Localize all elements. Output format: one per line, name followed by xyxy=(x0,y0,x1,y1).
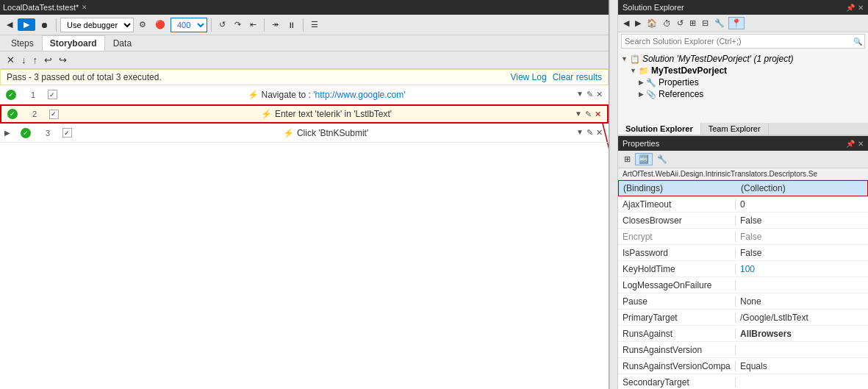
references-icon: 📎 xyxy=(646,90,656,99)
table-row: ✓ 2 ✓ ⚡ Enter text 'telerik' in 'LstlbTe… xyxy=(0,104,609,124)
fast-forward-button[interactable]: ↠ xyxy=(268,18,282,32)
status-indicator-3: ✓ xyxy=(21,128,31,138)
move-up-button[interactable]: ↑ xyxy=(31,54,40,66)
step-num-label-2: 2 xyxy=(24,110,46,118)
settings-button[interactable]: ⚙ xyxy=(135,18,150,32)
step-dropdown-2[interactable]: ▼ xyxy=(575,110,582,119)
tree-item-project[interactable]: ▼ 📁 MyTestDevPorject xyxy=(627,65,868,76)
pause-button[interactable]: ⏸ xyxy=(284,18,299,32)
pin-icon[interactable]: 📌 xyxy=(846,4,855,12)
prop-row-ispassword[interactable]: IsPassword False xyxy=(618,245,868,261)
se-tab-solution-explorer[interactable]: Solution Explorer xyxy=(618,123,701,135)
prop-name-pause: Pause xyxy=(618,296,736,307)
status-indicator-2: ✓ xyxy=(7,109,18,119)
step-edit-1[interactable]: ✎ xyxy=(587,90,593,99)
prop-row-logmessageonfailure[interactable]: LogMessageOnFailure xyxy=(618,277,868,293)
tree-expand-solution[interactable]: ▼ xyxy=(621,55,628,63)
tree-expand-properties[interactable]: ▶ xyxy=(639,79,644,86)
se-extra1-button[interactable]: ⊟ xyxy=(700,18,711,29)
step-action-3: Click 'BtnKSubmit' xyxy=(297,128,368,138)
prop-property-pages-button[interactable]: 🔧 xyxy=(654,154,670,165)
clear-results-link[interactable]: Clear results xyxy=(553,72,602,82)
step-delete-1[interactable]: ✕ xyxy=(596,90,603,99)
se-timer-button[interactable]: ⏱ xyxy=(661,18,673,29)
prop-row-encrypt[interactable]: Encrypt False xyxy=(618,229,868,245)
step-dropdown-3[interactable]: ▼ xyxy=(576,128,584,138)
prop-name-encrypt: Encrypt xyxy=(618,232,736,242)
se-tabs: Solution Explorer Team Explorer xyxy=(618,123,868,135)
prop-row-ajaxtimeout[interactable]: AjaxTimeout 0 xyxy=(618,196,868,213)
rewind-button[interactable]: ⇤ xyxy=(246,18,260,32)
tab-storyboard[interactable]: Storyboard xyxy=(42,35,105,51)
list-button[interactable]: ☰ xyxy=(307,18,322,32)
se-forward-button[interactable]: ▶ xyxy=(633,18,643,29)
se-pin-button[interactable]: 📍 xyxy=(728,17,745,29)
svg-line-1 xyxy=(603,124,609,269)
step-checkbox-3[interactable]: ✓ xyxy=(59,128,75,138)
tree-expand-project[interactable]: ▼ xyxy=(630,67,636,74)
move-down-button[interactable]: ↓ xyxy=(19,54,29,66)
step-delete-3[interactable]: ✕ xyxy=(596,128,603,138)
tree-expand-references[interactable]: ▶ xyxy=(639,90,644,98)
se-filter-button[interactable]: 🔧 xyxy=(712,18,727,29)
title-bar-close[interactable]: ✕ xyxy=(82,4,87,11)
delete-step-button[interactable]: ✕ xyxy=(4,54,17,66)
references-label: References xyxy=(659,89,703,99)
prop-row-pause[interactable]: Pause None xyxy=(618,293,868,310)
se-tab-team-explorer[interactable]: Team Explorer xyxy=(701,123,769,135)
prop-row-runsagainstversioncompa[interactable]: RunsAgainstVersionCompa Equals xyxy=(618,358,868,374)
se-sync-button[interactable]: ⊞ xyxy=(687,18,698,29)
record-button[interactable]: ⏺ xyxy=(37,18,52,32)
tabs-row: Steps Storyboard Data xyxy=(0,35,609,51)
prop-name-closesbrowser: ClosesBrowser xyxy=(618,215,736,226)
breakpoint-button[interactable]: 🔴 xyxy=(151,18,169,32)
view-log-link[interactable]: View Log xyxy=(510,72,546,82)
tree-item-references[interactable]: ▶ 📎 References xyxy=(636,88,868,100)
run-button[interactable]: ▶ xyxy=(18,18,35,31)
prop-row-secondarytarget[interactable]: SecondaryTarget xyxy=(618,374,868,389)
redo-button[interactable]: ↪ xyxy=(57,54,69,66)
properties-panel: Properties 📌 ✕ ⊞ 🔤 🔧 ArtOfTest.WebAii.De… xyxy=(618,136,868,389)
refresh-button[interactable]: ↺ xyxy=(215,18,229,32)
prop-row-runsagainst[interactable]: RunsAgainst AllBrowsers xyxy=(618,326,868,342)
close-icon[interactable]: ✕ xyxy=(858,4,864,12)
prop-value-encrypt: False xyxy=(736,232,868,242)
step-triangle-3: ▶ xyxy=(0,129,15,137)
tab-data[interactable]: Data xyxy=(105,35,140,51)
prop-close-icon[interactable]: ✕ xyxy=(858,140,864,148)
prop-name-runsagainstversioncompa: RunsAgainstVersionCompa xyxy=(618,361,736,371)
step-edit-2[interactable]: ✎ xyxy=(585,110,592,119)
tab-steps[interactable]: Steps xyxy=(3,35,42,51)
tree-item-solution[interactable]: ▼ 📋 Solution 'MyTestDevPorject' (1 proje… xyxy=(618,53,868,65)
se-search-input[interactable] xyxy=(622,37,851,46)
step-checkbox-2[interactable]: ✓ xyxy=(46,110,62,119)
step-edit-3[interactable]: ✎ xyxy=(587,128,593,138)
prop-row-primarytarget[interactable]: PrimaryTarget /Google/LstlbText xyxy=(618,310,868,326)
step-dropdown-1[interactable]: ▼ xyxy=(576,90,584,99)
speed-select[interactable]: 400 xyxy=(171,18,207,32)
step-checkbox-1[interactable]: ✓ xyxy=(44,90,60,99)
prop-categorized-button[interactable]: ⊞ xyxy=(621,154,634,165)
debugger-select[interactable]: Use debugger xyxy=(60,18,134,32)
prop-row-keyholdtime[interactable]: KeyHoldTime 100 xyxy=(618,261,868,277)
prop-row-closesbrowser[interactable]: ClosesBrowser False xyxy=(618,213,868,229)
prop-alphabetical-button[interactable]: 🔤 xyxy=(635,153,653,165)
tree-item-properties[interactable]: ▶ 🔧 Properties xyxy=(636,76,868,88)
step-delete-2[interactable]: ✕ xyxy=(595,110,601,119)
prop-pin-icon[interactable]: 📌 xyxy=(846,140,855,148)
step-over-button[interactable]: ↷ xyxy=(231,18,245,32)
prop-row-runsagainstversion[interactable]: RunsAgainstVersion xyxy=(618,342,868,358)
se-refresh-button[interactable]: ↺ xyxy=(675,18,686,29)
step-actions-1: ▼ ✎ ✕ xyxy=(576,90,603,99)
step-num-label-1: 1 xyxy=(22,90,44,99)
status-text: Pass - 3 passed out of total 3 executed. xyxy=(7,72,162,82)
prop-row-bindings[interactable]: (Bindings) (Collection) xyxy=(618,180,868,196)
step-content-1: ⚡ Navigate to : 'http://www.google.com' xyxy=(76,90,576,100)
back-button[interactable]: ◀ xyxy=(3,18,16,32)
se-back-button[interactable]: ◀ xyxy=(621,18,631,29)
prop-value-bindings: (Collection) xyxy=(736,183,867,193)
se-home-button[interactable]: 🏠 xyxy=(645,18,659,29)
undo-button[interactable]: ↩ xyxy=(42,54,54,66)
prop-value-keyholdtime: 100 xyxy=(736,264,868,274)
vertical-scrollbar[interactable] xyxy=(609,0,618,389)
